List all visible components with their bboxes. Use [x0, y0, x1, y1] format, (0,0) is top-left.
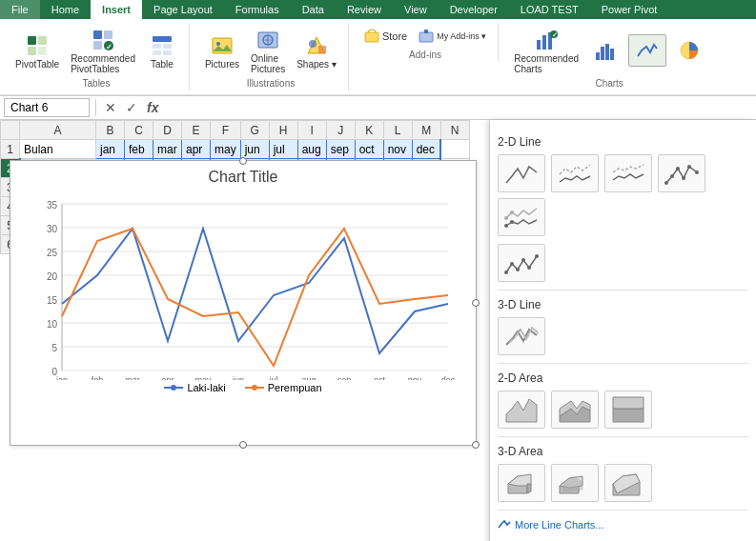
cell-l1[interactable]: nov: [383, 140, 412, 159]
svg-rect-32: [596, 52, 600, 60]
cell-h1[interactable]: jul: [269, 140, 297, 159]
cell-g1[interactable]: jun: [240, 140, 269, 159]
col-header-b[interactable]: B: [96, 121, 125, 140]
col-header-g[interactable]: G: [240, 121, 269, 140]
col-header-f[interactable]: F: [211, 121, 241, 140]
cell-d1[interactable]: mar: [153, 140, 182, 159]
resize-handle-right[interactable]: [472, 299, 480, 307]
tab-insert[interactable]: Insert: [91, 0, 142, 19]
cell-c1[interactable]: feb: [125, 140, 153, 159]
svg-rect-12: [163, 44, 172, 49]
tab-developer[interactable]: Developer: [439, 0, 509, 19]
cell-n1[interactable]: [440, 140, 469, 159]
chart-title: Chart Title: [10, 169, 476, 186]
col-header-l[interactable]: L: [383, 121, 412, 140]
pie-chart-button[interactable]: [670, 35, 708, 66]
line-markers-btn[interactable]: [658, 154, 705, 192]
col-header-h[interactable]: H: [269, 121, 297, 140]
table-button[interactable]: Table: [143, 30, 181, 71]
recommended-charts-button[interactable]: ✓ RecommendedCharts: [510, 25, 582, 76]
stacked-area-btn[interactable]: [551, 391, 599, 429]
tab-data[interactable]: Data: [291, 0, 336, 19]
recommended-pivot-button[interactable]: ✓ RecommendedPivotTables: [67, 25, 139, 76]
cell-i1[interactable]: aug: [297, 140, 326, 159]
tab-home[interactable]: Home: [40, 0, 91, 19]
more-line-charts-link[interactable]: More Line Charts...: [498, 518, 748, 531]
my-addins-button[interactable]: My Add-ins ▾: [415, 25, 490, 48]
svg-rect-14: [163, 50, 172, 55]
svg-text:20: 20: [47, 271, 58, 282]
tab-view[interactable]: View: [393, 0, 439, 19]
ribbon-group-addins: Store My Add-ins ▾ Add-ins: [357, 23, 499, 62]
tab-review[interactable]: Review: [336, 0, 393, 19]
2d-area-grid: [498, 391, 748, 429]
cell-a1[interactable]: Bulan: [20, 140, 96, 159]
cancel-button[interactable]: ✕: [102, 100, 119, 115]
col-header-k[interactable]: K: [355, 121, 383, 140]
svg-text:sep: sep: [337, 375, 352, 380]
tab-page-layout[interactable]: Page Layout: [142, 0, 224, 19]
3d-100-area-btn[interactable]: [604, 464, 652, 502]
3d-stacked-area-btn[interactable]: [551, 464, 599, 502]
confirm-button[interactable]: ✓: [123, 100, 140, 115]
stacked-line-markers-btn[interactable]: [498, 198, 545, 236]
tab-power-pivot[interactable]: Power Pivot: [590, 0, 669, 19]
tab-file[interactable]: File: [0, 0, 40, 19]
cell-m1[interactable]: dec: [412, 140, 440, 159]
col-header-c[interactable]: C: [125, 121, 153, 140]
shapes-button[interactable]: Shapes ▾: [293, 30, 340, 71]
line-chart-button[interactable]: [628, 34, 666, 67]
store-button[interactable]: Store: [360, 25, 411, 48]
col-header-e[interactable]: E: [182, 121, 211, 140]
pictures-button[interactable]: Pictures: [201, 30, 243, 71]
stacked-line-btn[interactable]: [551, 154, 599, 192]
chart-type-panel: 2-D Line: [489, 120, 756, 541]
col-header-j[interactable]: J: [326, 121, 355, 140]
svg-point-72: [676, 167, 680, 170]
column-chart-button[interactable]: [586, 35, 624, 66]
svg-rect-6: [93, 41, 102, 50]
area-btn[interactable]: [498, 391, 545, 429]
line-single-btn[interactable]: [498, 244, 545, 282]
name-box[interactable]: [4, 98, 90, 117]
100-area-btn[interactable]: [604, 391, 652, 429]
col-header-d[interactable]: D: [153, 121, 182, 140]
tab-formulas[interactable]: Formulas: [224, 0, 291, 19]
line-chart-type-btn[interactable]: [498, 154, 545, 192]
divider-2: [498, 363, 748, 364]
cell-k1[interactable]: oct: [355, 140, 383, 159]
resize-handle-bottom[interactable]: [239, 441, 247, 449]
tab-load-test[interactable]: LOAD TEST: [509, 0, 590, 19]
laki-laki-line: [62, 229, 448, 353]
svg-text:30: 30: [47, 224, 58, 234]
cell-j1[interactable]: sep: [326, 140, 355, 159]
svg-point-16: [216, 42, 220, 46]
resize-handle-top[interactable]: [239, 157, 247, 165]
col-header-a[interactable]: A: [20, 121, 96, 140]
3d-area-btn[interactable]: [498, 464, 545, 502]
svg-text:nov: nov: [408, 375, 422, 380]
svg-rect-10: [153, 36, 172, 42]
col-header-n[interactable]: N: [440, 121, 469, 140]
100-stacked-line-btn[interactable]: [604, 154, 652, 192]
svg-point-67: [171, 385, 176, 391]
table-row: 1 Bulan jan feb mar apr may jun jul aug …: [1, 140, 470, 159]
insert-function-button[interactable]: fx: [144, 100, 161, 115]
svg-point-84: [527, 266, 531, 270]
3d-line-btn[interactable]: [498, 317, 545, 355]
divider-4: [498, 510, 748, 511]
legend-laki-laki: Laki-laki: [164, 382, 225, 393]
resize-handle-br[interactable]: [472, 441, 480, 449]
cell-b1[interactable]: jan: [96, 140, 125, 159]
col-header-m[interactable]: M: [412, 121, 440, 140]
cell-f1[interactable]: may: [211, 140, 241, 159]
svg-rect-33: [601, 47, 604, 60]
chart-container[interactable]: Chart Title 0 5 10 15 20 25 30 35: [10, 160, 477, 446]
online-pictures-button[interactable]: OnlinePictures: [247, 25, 289, 76]
formula-input[interactable]: [165, 99, 752, 116]
svg-text:jun: jun: [232, 375, 244, 380]
3d-line-grid: [498, 317, 748, 355]
pivot-table-button[interactable]: PivotTable: [11, 30, 63, 71]
col-header-i[interactable]: I: [297, 121, 326, 140]
cell-e1[interactable]: apr: [182, 140, 211, 159]
